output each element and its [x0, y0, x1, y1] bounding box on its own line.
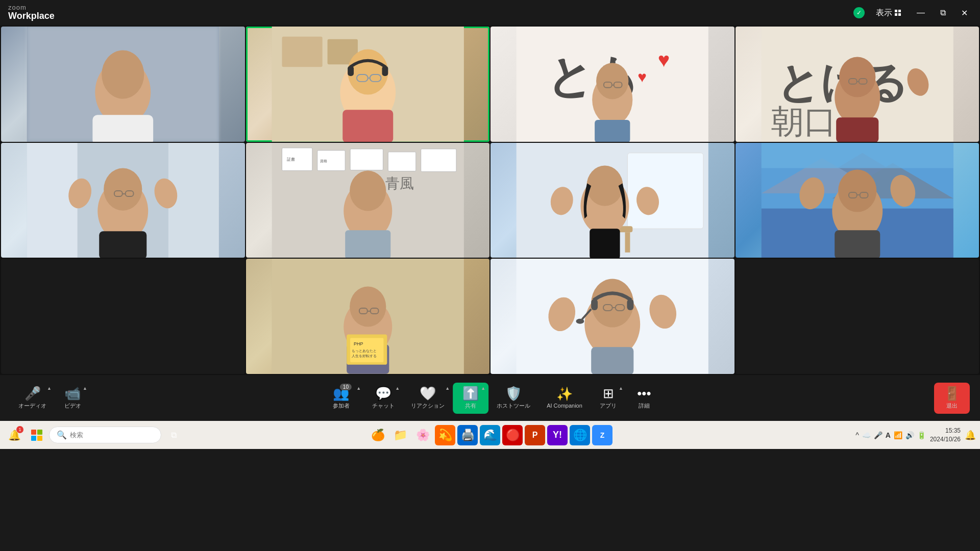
apps-arrow-icon: ▲ — [619, 386, 623, 391]
apps-tool-group: ⊞ アプリ ▲ — [591, 383, 626, 414]
display-button[interactable]: 表示 — [872, 6, 905, 20]
svg-rect-0 — [895, 10, 897, 12]
share-icon: ⬆️ — [462, 387, 479, 400]
svg-text:♥: ♥ — [658, 48, 670, 71]
notification-center-icon[interactable]: 🔔 — [965, 430, 976, 441]
participant-2-video — [246, 27, 490, 142]
audio-arrow-icon: ▲ — [47, 386, 52, 391]
svg-rect-62 — [345, 230, 390, 258]
task-view-button[interactable]: ⧉ — [163, 425, 184, 445]
restore-button[interactable]: ⧉ — [936, 6, 950, 19]
participant-5-video — [1, 143, 245, 258]
share-label: 共有 — [465, 402, 476, 410]
video-arrow-icon: ▲ — [83, 386, 87, 391]
svg-point-91 — [350, 287, 386, 327]
svg-text:もっとあなたと: もっとあなたと — [352, 349, 377, 353]
reaction-label: リアクション — [411, 402, 445, 410]
video-cell-6: 証書 資格 青風 — [246, 143, 490, 258]
svg-rect-2 — [895, 13, 897, 16]
reaction-tool-group: 🤍 リアクション ▲ — [403, 383, 453, 414]
clock-date: 2024/10/26 — [930, 435, 961, 444]
video-cell-8 — [736, 143, 979, 258]
search-bar[interactable]: 🔍 — [49, 427, 161, 443]
host-tools-button[interactable]: 🛡️ ホストツール — [488, 383, 538, 414]
participant-1-video — [1, 27, 245, 142]
svg-point-7 — [102, 51, 144, 99]
svg-text:♥: ♥ — [638, 68, 647, 85]
clock-area[interactable]: 15:35 2024/10/26 — [930, 427, 961, 444]
ai-companion-button[interactable]: ✨ AI Companion — [538, 383, 591, 413]
taskbar-app-folder[interactable]: 📁 — [390, 425, 410, 445]
tray-speaker-icon: 🔊 — [905, 431, 914, 439]
video-cell-2 — [246, 27, 490, 142]
more-button[interactable]: ••• 詳細 — [626, 383, 662, 414]
svg-rect-3 — [898, 13, 901, 16]
exit-button[interactable]: 🚪 退出 — [934, 383, 970, 414]
taskbar-app-wave[interactable]: 🌊 — [480, 425, 500, 445]
svg-rect-56 — [388, 152, 415, 171]
tray-icons: ^ ☁️ 🎤 A 📶 🔊 🔋 — [855, 431, 926, 439]
taskbar-app-powerpoint[interactable]: P — [525, 425, 545, 445]
participant-8-video — [736, 143, 979, 258]
close-button[interactable]: ✕ — [957, 6, 972, 20]
toolbar-wrapper: 🎤 オーディオ ▲ 📹 ビデオ ▲ 👥 参加者 10 — [10, 383, 970, 414]
svg-rect-11 — [282, 37, 322, 67]
chat-label: チャット — [372, 402, 395, 410]
toolbar-left-tools: 🎤 オーディオ ▲ 📹 ビデオ ▲ — [10, 383, 90, 414]
video-cell-11 — [491, 259, 734, 374]
audio-tool-group: 🎤 オーディオ ▲ — [10, 383, 55, 414]
participant-7-video — [491, 143, 734, 258]
participants-count-badge: 10 — [340, 384, 352, 390]
svg-rect-65 — [627, 153, 703, 228]
participant-3-video: とも ♥ ♥ — [491, 27, 734, 142]
svg-point-14 — [348, 49, 388, 95]
taskbar-app-edge[interactable]: 🌐 — [570, 425, 590, 445]
svg-rect-27 — [595, 120, 630, 142]
zoom-logo: zoom Workplace — [8, 4, 55, 21]
svg-rect-104 — [591, 347, 633, 374]
clock-time: 15:35 — [930, 427, 961, 435]
taskbar-app-fruit[interactable]: 🍊 — [368, 425, 388, 445]
windows-start-button[interactable] — [27, 425, 47, 445]
video-cell-9-empty — [1, 259, 245, 374]
tray-battery-icon: 🔋 — [917, 431, 926, 439]
tray-chevron-icon[interactable]: ^ — [855, 431, 859, 439]
svg-text:資格: 資格 — [320, 159, 327, 163]
ai-companion-icon: ✨ — [556, 387, 573, 400]
grid-icon — [894, 9, 901, 16]
video-cell-3: とも ♥ ♥ — [491, 27, 734, 142]
tray-cloud-icon: ☁️ — [862, 431, 871, 439]
svg-point-61 — [350, 170, 386, 211]
participants-label: 参加者 — [333, 402, 350, 410]
search-input[interactable] — [70, 431, 146, 439]
more-icon: ••• — [637, 387, 651, 400]
notification-icon[interactable]: 🔔 1 — [4, 425, 24, 445]
svg-rect-71 — [590, 229, 620, 258]
taskbar-app-spinner[interactable]: 💫 — [435, 425, 455, 445]
taskbar-app-printer[interactable]: 🖨️ — [457, 425, 478, 445]
apps-icon: ⊞ — [603, 387, 614, 400]
svg-text:人生を好転する: 人生を好転する — [352, 354, 377, 358]
video-cell-5 — [1, 143, 245, 258]
video-tool-group: 📹 ビデオ ▲ — [55, 383, 90, 414]
svg-rect-57 — [421, 149, 456, 172]
minimize-button[interactable]: — — [913, 6, 929, 19]
participant-10-video — [491, 259, 734, 374]
video-cell-10: PHP もっとあなたと 人生を好転する — [246, 259, 490, 374]
windows-logo-icon — [31, 430, 42, 441]
participants-arrow-icon: ▲ — [356, 386, 361, 391]
svg-rect-106 — [627, 299, 633, 311]
toolbar: 🎤 オーディオ ▲ 📹 ビデオ ▲ 👥 参加者 10 — [0, 375, 980, 421]
taskbar-app-yahoo[interactable]: Y! — [547, 425, 568, 445]
svg-point-26 — [596, 63, 628, 99]
participant-6-video: 証書 資格 青風 — [246, 143, 490, 258]
participants-tool-group: 👥 参加者 10 ▲ — [318, 383, 364, 414]
tray-mic-icon: 🎤 — [874, 431, 883, 439]
video-grid: とも ♥ ♥ とける 朝口 — [0, 26, 980, 375]
video-cell-1 — [1, 27, 245, 142]
taskbar-app-red[interactable]: 🔴 — [502, 425, 523, 445]
share-tool-group: ⬆️ 共有 ▲ — [453, 383, 488, 414]
taskbar-app-zoom[interactable]: Z — [592, 425, 612, 445]
svg-rect-105 — [591, 299, 598, 311]
taskbar-app-flower[interactable]: 🌸 — [412, 425, 433, 445]
